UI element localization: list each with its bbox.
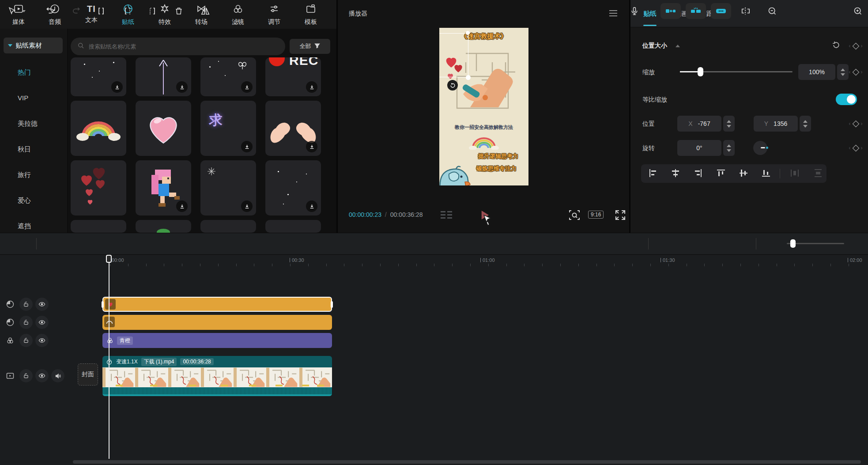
sticker-card-pixel-girl[interactable] [136,160,191,215]
section-collapse-icon[interactable] [676,45,680,47]
lock-icon[interactable] [19,316,33,329]
playhead-head[interactable] [106,255,112,263]
position-y-stepper[interactable] [800,116,811,132]
keyframe-button-rotation[interactable]: ‹› [847,144,864,152]
sticker-card-heart-hands[interactable] [265,101,321,156]
eye-icon[interactable] [35,369,49,382]
cover-button[interactable]: 封面 [78,363,98,386]
align-center-h-button[interactable] [671,168,680,180]
split-right-button[interactable] [145,4,160,19]
distribute-h-button[interactable] [790,168,800,180]
position-x-field[interactable]: X -767 [677,116,721,132]
sidebar-item-autumn[interactable]: 秋日 [18,145,31,154]
download-icon[interactable] [176,81,188,93]
linkage-toggle-button[interactable] [686,3,706,19]
filter-all-button[interactable]: 全部 [290,39,330,54]
rotation-knob[interactable] [753,141,767,155]
sticker-card-qiu-text[interactable]: 求 [200,101,256,156]
sidebar-item-love[interactable]: 爱心 [18,197,31,205]
download-icon[interactable] [241,81,253,93]
toolbar-item-adjust[interactable]: 调节 [258,4,290,26]
select-tool-dropdown[interactable] [19,4,28,19]
sticker-card-partial-4[interactable] [265,220,321,233]
split-view-button[interactable] [738,4,753,19]
sticker-card-partial-1[interactable] [71,220,126,233]
eye-icon[interactable] [35,298,49,311]
sidebar-item-meilade[interactable]: 美拉德 [18,120,38,128]
eye-icon[interactable] [35,334,49,347]
speaker-icon[interactable] [51,369,64,382]
sidebar-item-hot[interactable]: 热门 [18,68,31,77]
split-button[interactable] [94,4,109,19]
mirror-button[interactable] [198,4,213,19]
download-icon[interactable] [111,81,123,93]
timeline-zoom-slider[interactable] [787,243,844,244]
lock-icon[interactable] [19,369,33,382]
sticker-card-hearts-cluster[interactable] [71,160,126,215]
lock-icon[interactable] [19,298,33,311]
sticker-card-partial-2[interactable] [136,220,191,233]
download-icon[interactable] [306,200,317,212]
fullscreen-button[interactable] [615,209,626,223]
selection-handle[interactable] [466,31,470,35]
select-tool-button[interactable] [4,4,19,19]
video-clip[interactable]: 变速1.1X 下载 (1).mp4 00:00:36:28 [102,356,332,396]
position-x-stepper[interactable] [723,116,735,132]
rotation-stepper[interactable] [723,140,735,156]
search-input[interactable] [88,43,256,50]
uniform-scale-toggle[interactable] [836,94,857,105]
timeline-zoom-thumb[interactable] [790,239,796,248]
undo-button[interactable] [42,4,57,19]
align-right-button[interactable] [693,168,703,180]
toolbar-item-filter[interactable]: 滤镜 [222,4,254,26]
position-y-field[interactable]: Y 1356 [754,116,798,132]
align-bottom-button[interactable] [761,168,771,180]
rotate-handle[interactable] [447,80,458,91]
toolbar-item-template[interactable]: 模板 [295,4,327,26]
sticker-card-sparkle[interactable] [200,160,256,215]
redo-button[interactable] [69,4,84,19]
sticker-card-heart-3d[interactable] [136,101,191,156]
sticker-card-partial-3[interactable] [200,220,256,233]
section-position-size[interactable]: 位置大小 [642,42,667,50]
scale-slider-thumb[interactable] [698,67,703,76]
sidebar-item-travel[interactable]: 旅行 [18,171,31,179]
sticker-card-sparkle-dots[interactable] [71,57,126,96]
selection-handle[interactable] [466,75,471,80]
download-icon[interactable] [306,81,317,93]
filter-clip[interactable]: 青橙 [102,333,332,348]
download-icon[interactable] [176,200,188,212]
aspect-ratio-button[interactable]: 9:16 [588,211,604,219]
lock-icon[interactable] [19,334,33,347]
timeline-ruler[interactable]: 00:00 00:30 01:00 01:30 02:00 [102,255,868,268]
download-icon[interactable] [241,200,253,212]
keyframe-button-section[interactable]: ‹› [847,42,864,50]
download-icon[interactable] [241,141,253,152]
player-menu-button[interactable] [609,10,618,17]
sticker-card-sparkle-butterfly[interactable] [200,57,256,96]
keyframe-button-scale[interactable]: ‹› [847,68,864,76]
sticker-card-rec[interactable]: REC [265,57,321,96]
align-left-button[interactable] [648,168,658,180]
tab-sticker[interactable]: 贴纸 [643,10,657,18]
timeline-zoom-in-button[interactable] [850,4,865,19]
delete-button[interactable] [171,4,186,19]
split-left-button[interactable] [120,4,135,19]
sidebar-header[interactable]: 贴纸素材 [4,38,63,53]
sticker-card-star-dots[interactable] [265,160,321,215]
align-top-button[interactable] [716,168,726,180]
preview-zoom-button[interactable] [569,209,580,223]
horizontal-scrollbar[interactable] [73,460,861,464]
clip-trim-handle-right[interactable] [331,301,333,308]
preview-axis-toggle-button[interactable] [711,3,731,19]
sticker-card-arrow-up[interactable] [136,57,191,96]
rotation-field[interactable]: 0° [677,140,721,156]
distribute-v-button[interactable] [813,168,823,180]
sidebar-item-vip[interactable]: VIP [18,94,28,102]
snap-toggle-button[interactable] [660,3,681,19]
scale-slider[interactable] [680,71,793,72]
scale-value[interactable]: 100% [798,64,835,80]
sidebar-item-cover[interactable]: 遮挡 [18,222,31,231]
download-icon[interactable] [306,141,317,152]
video-preview[interactable]: 《迷宫救援术》 教你一招安全高效解救方法 提升逻辑 [439,28,528,185]
